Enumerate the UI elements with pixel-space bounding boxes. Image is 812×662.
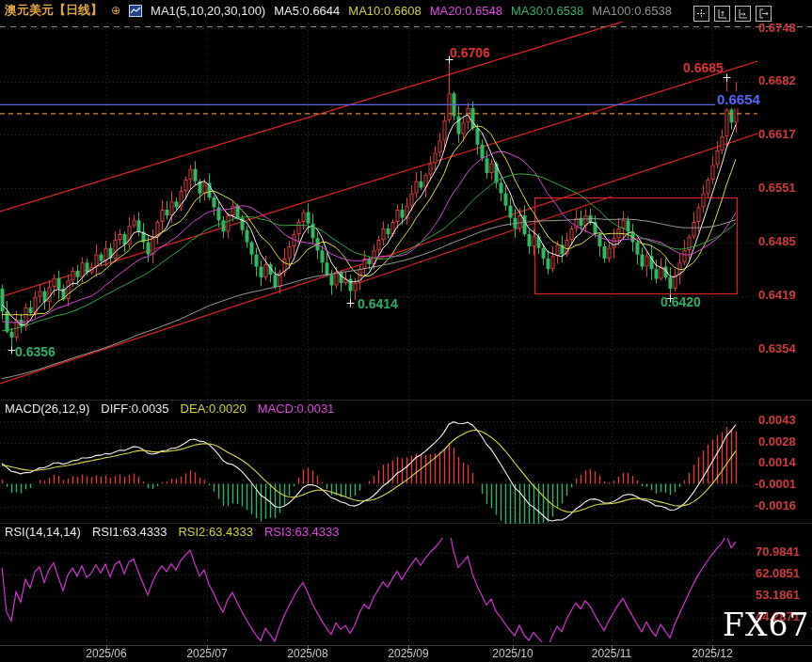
current-price-badge: 0.6654 <box>715 91 762 108</box>
crosshair-icon[interactable] <box>693 6 709 22</box>
ma30-value: MA30:0.6538 <box>511 4 583 18</box>
time-axis-label: 2025/11 <box>579 647 645 660</box>
high-annotation: 0.6685 <box>683 60 724 76</box>
exit-pane-icon[interactable] <box>756 6 772 22</box>
macd-axis-label: -0.0016 <box>755 498 796 513</box>
chart-window: 澳元美元【日线】 ⊕ MA1(5,10,20,30,100) MA5:0.664… <box>0 0 812 662</box>
high-annotation: 0.6706 <box>450 45 490 61</box>
macd-macd-value: MACD:0.0031 <box>258 402 335 416</box>
price-axis-label: 0.6354 <box>758 341 796 356</box>
rsi3-value: RSI3:63.4333 <box>264 525 340 539</box>
rsi-axis-label: 70.9841 <box>756 544 800 560</box>
time-axis-label: 2025/09 <box>375 647 441 660</box>
ma20-value: MA20:0.6548 <box>430 4 502 18</box>
rsi-axis-label: 62.0851 <box>756 566 800 581</box>
ma10-value: MA10:0.6608 <box>348 4 421 18</box>
price-axis-label: 0.6485 <box>758 234 796 249</box>
price-axis-label: 0.6748 <box>758 21 796 36</box>
price-axis-label: 0.6682 <box>758 73 796 88</box>
zoom-x-axis-icon[interactable] <box>735 6 751 22</box>
macd-axis-label: 0.0014 <box>758 455 796 470</box>
macd-title: MACD(26,12,9) <box>5 402 89 416</box>
macd-diff-value: DIFF:0.0035 <box>101 402 168 416</box>
fx678-watermark: FX678 <box>723 607 812 643</box>
ma100-value: MA100:0.6538 <box>592 4 672 18</box>
macd-header: MACD(26,12,9) DIFF:0.0035 DEA:0.0020 MAC… <box>5 402 334 416</box>
chart-canvas[interactable] <box>0 0 812 662</box>
time-axis-label: 2025/07 <box>174 647 240 660</box>
symbol-title: 澳元美元【日线】 <box>5 2 103 19</box>
plus-circle-icon[interactable]: ⊕ <box>111 4 120 17</box>
ma-group-label: MA1(5,10,20,30,100) <box>151 4 265 18</box>
candlestick-chart-icon[interactable] <box>129 5 142 17</box>
time-axis-label: 2025/06 <box>73 647 139 660</box>
zoom-y-axis-icon[interactable] <box>714 6 730 22</box>
low-annotation: 0.6356 <box>15 344 56 360</box>
rsi2-value: RSI2:63.4333 <box>178 525 253 539</box>
time-axis-label: 2025/10 <box>480 647 546 660</box>
time-axis-label: 2025/08 <box>275 647 341 660</box>
low-annotation: 0.6420 <box>661 294 701 310</box>
macd-axis-label: 0.0043 <box>758 413 796 428</box>
time-axis-label: 2025/12 <box>679 647 745 660</box>
macd-axis-label: 0.0028 <box>758 434 796 449</box>
macd-dea-value: DEA:0.0020 <box>181 402 247 416</box>
titlebar: 澳元美元【日线】 ⊕ MA1(5,10,20,30,100) MA5:0.664… <box>0 0 812 21</box>
rsi-title: RSI(14,14,14) <box>5 525 81 539</box>
price-axis-label: 0.6551 <box>758 181 796 196</box>
rsi-header: RSI(14,14,14) RSI1:63.4333 RSI2:63.4333 … <box>5 525 339 539</box>
macd-axis-label: -0.0001 <box>755 477 796 492</box>
rsi-axis-label: 53.1861 <box>756 588 800 603</box>
low-annotation: 0.6414 <box>358 296 398 312</box>
rsi1-value: RSI1:63.4333 <box>92 525 167 539</box>
price-axis-label: 0.6617 <box>758 127 796 142</box>
toolbar <box>693 6 772 22</box>
ma5-value: MA5:0.6644 <box>274 4 340 18</box>
price-axis-label: 0.6419 <box>758 288 796 303</box>
